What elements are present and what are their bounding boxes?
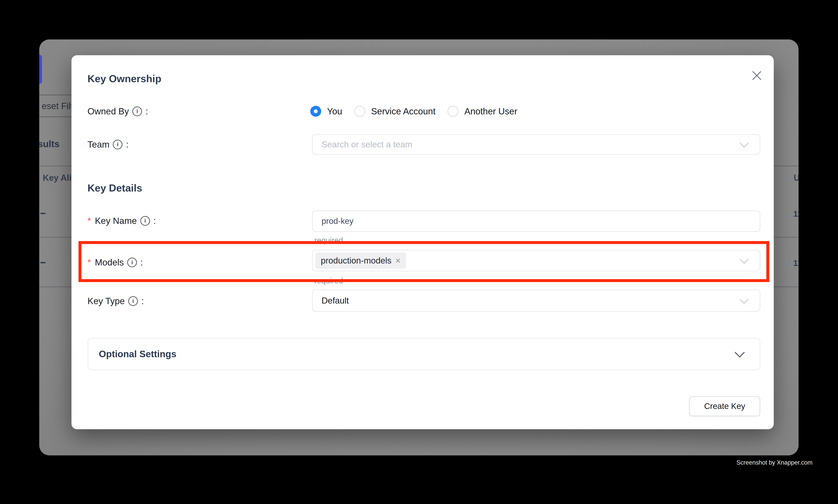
info-icon[interactable]: i — [113, 140, 122, 149]
section-title-key-details: Key Details — [88, 182, 142, 194]
reset-filters-label: eset Filt — [41, 101, 73, 111]
owned-by-label: Owned By i : — [88, 105, 148, 117]
tag-remove-icon[interactable]: × — [395, 256, 400, 265]
radio-option-service-account[interactable]: Service Account — [354, 106, 435, 117]
models-validation: required — [314, 276, 343, 285]
chevron-down-icon — [739, 295, 748, 304]
key-type-select[interactable]: Default — [312, 289, 760, 312]
column-header-updated: Up — [794, 173, 799, 183]
results-count-partial: sults — [39, 139, 59, 149]
create-key-button[interactable]: Create Key — [689, 396, 760, 416]
optional-settings-title: Optional Settings — [99, 349, 176, 359]
watermark-text: Screenshot by Xnapper.com — [736, 459, 813, 466]
info-icon[interactable]: i — [128, 296, 138, 306]
radio-option-you[interactable]: You — [310, 106, 342, 117]
models-label: * Models i : — [88, 256, 143, 268]
required-asterisk: * — [88, 216, 91, 226]
model-tag-label: production-models — [321, 256, 391, 266]
radio-unselected-icon[interactable] — [447, 106, 459, 117]
model-tag: production-models × — [315, 252, 406, 269]
optional-settings-header[interactable]: Optional Settings — [88, 338, 760, 370]
radio-option-another-user[interactable]: Another User — [447, 106, 517, 117]
close-icon — [751, 70, 762, 81]
key-name-value: prod-key — [313, 216, 353, 226]
screenshot-stage: eset Filt sults Key Alia Up 11/ 11/ Key … — [0, 0, 838, 504]
radio-selected-icon[interactable] — [310, 106, 321, 117]
required-asterisk: * — [88, 257, 91, 268]
team-label: Team i : — [88, 138, 128, 150]
chevron-down-icon — [739, 255, 748, 264]
chevron-down-icon — [734, 347, 745, 357]
info-icon[interactable]: i — [127, 258, 137, 267]
models-select[interactable]: production-models × — [312, 250, 760, 271]
key-name-label: * Key Name i : — [88, 215, 156, 227]
key-name-validation: required — [314, 236, 343, 245]
team-select-placeholder: Search or select a team — [313, 140, 412, 149]
section-title-key-ownership: Key Ownership — [88, 73, 161, 85]
radio-unselected-icon[interactable] — [354, 106, 365, 117]
key-type-value: Default — [313, 296, 349, 305]
chevron-down-icon — [739, 139, 748, 148]
team-select[interactable]: Search or select a team — [312, 134, 760, 155]
table-cell-dash — [40, 262, 46, 263]
close-button[interactable] — [749, 68, 765, 83]
create-key-button-fragment — [39, 55, 42, 84]
info-icon[interactable]: i — [132, 107, 142, 116]
table-cell-date: 11/ — [793, 258, 799, 268]
table-cell-dash — [40, 213, 46, 214]
owned-by-radio-group: You Service Account Another User — [310, 105, 517, 117]
key-name-input[interactable]: prod-key — [312, 211, 760, 232]
info-icon[interactable]: i — [140, 216, 150, 226]
create-key-modal: Key Ownership Owned By i : You Service A… — [71, 55, 774, 429]
key-type-label: Key Type i : — [88, 295, 144, 307]
table-cell-date: 11/ — [793, 209, 799, 219]
